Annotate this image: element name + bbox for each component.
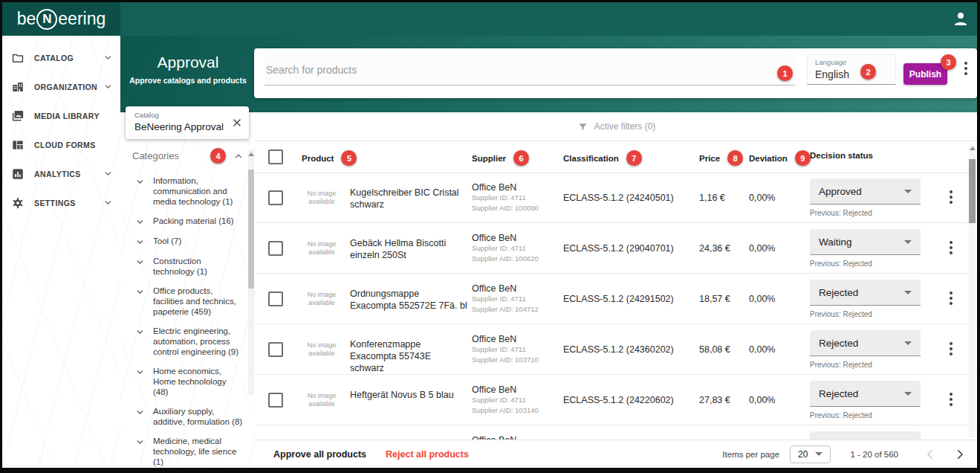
decision-status-select[interactable]: Waiting xyxy=(810,229,921,255)
supplier-cell: Office BeN Supplier ID: 4711 Supplier AI… xyxy=(472,233,562,263)
category-item[interactable]: Construction technology (1) xyxy=(132,256,244,277)
supplier-name: Office BeN xyxy=(472,334,562,344)
chevron-up-icon[interactable] xyxy=(233,151,244,161)
reject-all-button[interactable]: Reject all products xyxy=(386,449,469,460)
page-size-value: 20 xyxy=(798,449,808,460)
decision-status-select[interactable]: Rejected xyxy=(810,381,921,407)
building-icon xyxy=(11,80,25,94)
deviation-value: 0,00% xyxy=(749,193,775,203)
sidebar-item-organization[interactable]: ORGANIZATION xyxy=(2,72,120,101)
language-value: English xyxy=(815,68,849,80)
annotation-badge-1: 1 xyxy=(777,65,793,81)
annotation-badge-7: 7 xyxy=(626,150,642,166)
table-scrollbar[interactable] xyxy=(969,144,976,438)
sidebar-item-label: SETTINGS xyxy=(34,199,76,207)
table-body: No image available Kugelschreiber BIC Cr… xyxy=(256,173,977,468)
chevron-down-icon xyxy=(135,287,145,297)
row-checkbox[interactable] xyxy=(268,190,283,205)
category-item[interactable]: Auxiliary supply, additive, formulation … xyxy=(132,406,244,427)
product-name: Gebäck Hellma Biscotti einzeln 250St xyxy=(350,237,467,261)
previous-page-icon[interactable] xyxy=(924,448,937,461)
product-name: Heftgerät Novus B 5 blau xyxy=(350,389,467,401)
row-menu-button[interactable] xyxy=(947,393,955,406)
supplier-name: Office BeN xyxy=(472,384,562,395)
chevron-down-icon xyxy=(135,177,145,187)
table-row: No image available Heftgerät Novus B 5 b… xyxy=(256,375,977,425)
scroll-up-arrow-icon xyxy=(248,152,254,156)
chevron-down-icon xyxy=(135,217,145,227)
category-item[interactable]: Office products, facilities and technics… xyxy=(132,286,244,317)
sidebar-item-label: CATALOG xyxy=(34,54,74,62)
search-field xyxy=(265,54,795,86)
dropdown-arrow-icon xyxy=(904,392,912,396)
application-window: beNeering CATALOG ORGANIZATION MEDIA LIB… xyxy=(2,2,977,468)
supplier-cell: Office BeN Supplier ID: 4711 Supplier AI… xyxy=(472,283,562,314)
decision-status-select[interactable]: Rejected xyxy=(810,330,921,356)
annotation-badge-3: 3 xyxy=(941,54,956,70)
table-row: No image available Ordnungsmappe Exacomp… xyxy=(256,274,977,324)
row-menu-button[interactable] xyxy=(947,342,955,355)
category-item[interactable]: Tool (7) xyxy=(132,236,244,247)
category-label: Home economics, Home technolology (48) xyxy=(153,366,244,397)
search-input[interactable] xyxy=(265,54,796,85)
sidebar-item-analytics[interactable]: ANALYTICS xyxy=(2,159,120,188)
annotation-badge-2: 2 xyxy=(860,64,876,80)
chevron-down-icon xyxy=(135,327,145,337)
column-header-price: Price xyxy=(699,154,720,163)
toolbar-menu-button[interactable] xyxy=(961,62,970,75)
decision-status-select[interactable]: Approved xyxy=(810,178,921,205)
category-item[interactable]: Packing material (16) xyxy=(132,216,244,227)
classification-value: ECLASS-5.1.2 (29040701) xyxy=(563,243,674,254)
sidebar-item-label: ANALYTICS xyxy=(34,170,81,178)
panel-scrollbar[interactable] xyxy=(248,149,254,395)
no-image-placeholder: No image available xyxy=(299,392,345,408)
row-checkbox[interactable] xyxy=(268,241,283,256)
category-item[interactable]: Information, communication and media tec… xyxy=(132,176,244,207)
sidebar-item-media-library[interactable]: MEDIA LIBRARY xyxy=(2,101,120,130)
folder-icon xyxy=(11,51,25,65)
chevron-down-icon xyxy=(135,367,145,377)
page-size-select[interactable]: 20 xyxy=(790,445,831,463)
decision-status-select[interactable]: Rejected xyxy=(810,280,921,306)
logo-text-pre: be xyxy=(17,9,36,29)
active-filters-bar[interactable]: Active filters (0) xyxy=(256,112,977,141)
decision-status-value: Rejected xyxy=(819,287,858,298)
catalog-label: Catalog xyxy=(134,111,159,119)
decision-status-value: Rejected xyxy=(819,388,858,399)
previous-status: Previous: Rejected xyxy=(810,260,872,268)
row-menu-button[interactable] xyxy=(947,292,955,305)
row-checkbox[interactable] xyxy=(268,393,283,408)
sidebar-item-catalog[interactable]: CATALOG xyxy=(2,43,120,72)
row-menu-button[interactable] xyxy=(947,241,955,254)
bar-chart-icon xyxy=(11,167,25,181)
product-name: Kugelschreiber BIC Cristal schwarz xyxy=(350,187,467,210)
brand-logo: beNeering xyxy=(2,2,120,36)
publish-button[interactable]: Publish xyxy=(903,63,947,85)
row-menu-button[interactable] xyxy=(947,190,955,204)
scrollbar-thumb[interactable] xyxy=(248,170,254,289)
language-select[interactable]: Language English xyxy=(807,54,896,85)
sidebar-item-cloud-forms[interactable]: CLOUD FORMS xyxy=(2,130,120,159)
category-label: Office products, facilities and technics… xyxy=(153,286,244,317)
account-icon[interactable] xyxy=(952,10,970,28)
scrollbar-thumb[interactable] xyxy=(969,159,976,223)
close-icon[interactable] xyxy=(231,117,243,129)
select-all-checkbox[interactable] xyxy=(268,149,283,164)
no-image-placeholder: No image available xyxy=(299,291,345,307)
row-checkbox[interactable] xyxy=(268,292,283,306)
approve-all-button[interactable]: Approve all products xyxy=(273,449,366,460)
table-header-row: Product 5 Supplier 6 Classification 7 Pr… xyxy=(256,141,977,173)
next-page-icon[interactable] xyxy=(953,448,967,461)
category-item[interactable]: Home economics, Home technolology (48) xyxy=(132,366,244,397)
row-checkbox[interactable] xyxy=(268,342,283,357)
active-filters-text: Active filters (0) xyxy=(594,121,656,132)
category-item[interactable]: Medicine, medical technology, life sienc… xyxy=(132,436,244,467)
category-item[interactable]: Electric engineering, automation, proces… xyxy=(132,326,244,357)
supplier-cell: Office BeN Supplier ID: 4711 Supplier AI… xyxy=(472,182,562,213)
chevron-down-icon xyxy=(135,437,145,447)
dropdown-arrow-icon xyxy=(904,190,912,193)
pagination-range: 1 - 20 of 560 xyxy=(850,450,898,459)
sidebar-item-settings[interactable]: SETTINGS xyxy=(2,188,120,217)
table-row: No image available Kugelschreiber BIC Cr… xyxy=(256,173,977,223)
product-name: Ordnungsmappe Exacompta 552572E 7Fä. bl xyxy=(350,288,467,312)
